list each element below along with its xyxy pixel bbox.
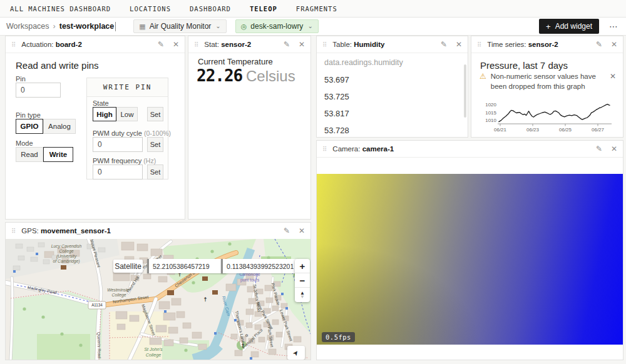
table-row: 53.817 (324, 109, 349, 118)
widget-timeseries: ⠿ Time series: sensor-2 ✎ ✕ Pressure, la… (471, 36, 623, 138)
breadcrumb-separator-icon: › (53, 22, 56, 31)
close-icon[interactable]: ✕ (299, 41, 305, 48)
locate-button[interactable]: ➤ (287, 346, 305, 360)
svg-text:College: College (146, 352, 161, 358)
edit-icon[interactable]: ✎ (158, 41, 164, 48)
pin-input[interactable]: 0 (16, 83, 61, 98)
chevron-down-icon: ⌄ (307, 23, 312, 29)
edit-icon[interactable]: ✎ (596, 41, 602, 48)
workspace-toolbar: Workspaces › test-workplace ▦ Air Qualit… (0, 18, 626, 36)
pwm-duty-set-button[interactable]: Set (147, 137, 163, 152)
pwm-duty-label: PWM duty cycle (0-100%) (93, 129, 171, 137)
close-icon[interactable]: ✕ (456, 41, 462, 48)
close-icon[interactable]: ✕ (611, 145, 617, 153)
drag-handle-icon[interactable]: ⠿ (322, 41, 327, 48)
part-selector-dropdown[interactable]: ◎ desk-sam-lowry ⌄ (235, 19, 319, 33)
pressure-line-chart[interactable]: 10201015101006/2106/2306/2506/27 (478, 96, 618, 133)
svg-text:06/27: 06/27 (592, 127, 605, 133)
widget-header: ⠿ Table: Humidity ✎ ✕ (317, 36, 468, 53)
widget-title: Actuation: board-2 (21, 41, 149, 48)
part-online-icon: ◎ (241, 23, 247, 31)
drag-handle-icon[interactable]: ⠿ (11, 41, 16, 48)
zoom-in-button[interactable]: + (295, 259, 310, 273)
widget-header: ⠿ GPS: movement_sensor-1 ✎ ✕ (6, 223, 310, 240)
close-icon[interactable]: ✕ (173, 41, 179, 48)
svg-text:✡: ✡ (245, 333, 249, 338)
mode-label: Mode (16, 139, 33, 147)
pwm-freq-input[interactable]: 0 (93, 164, 143, 179)
svg-text:(University: (University (56, 254, 77, 259)
nav-teleop[interactable]: TELEOP (250, 5, 277, 13)
pwm-freq-set-button[interactable]: Set (147, 164, 163, 179)
drag-handle-icon[interactable]: ⠿ (477, 41, 481, 48)
svg-text:06/21: 06/21 (494, 127, 507, 133)
state-high-button[interactable]: High (93, 107, 116, 121)
nav-locations[interactable]: LOCATIONS (130, 5, 171, 13)
svg-text:College: College (59, 249, 73, 254)
nav-fragments[interactable]: FRAGMENTS (296, 5, 337, 13)
plus-icon: + (546, 22, 551, 31)
pin-type-label: Pin type (16, 111, 41, 119)
nav-dashboard[interactable]: DASHBOARD (190, 5, 231, 13)
pin-type-analog-button[interactable]: Analog (43, 119, 76, 134)
drag-handle-icon[interactable]: ⠿ (194, 41, 198, 48)
write-pin-panel: WRITE PIN State High Low Set PWM duty cy… (86, 78, 168, 179)
top-nav: ALL MACHINES DASHBOARD LOCATIONS DASHBOA… (0, 0, 626, 18)
nav-all-machines-dashboard[interactable]: ALL MACHINES DASHBOARD (10, 5, 111, 13)
widget-camera: ⠿ Camera: camera-1 ✎ ✕ 0.5fps (316, 140, 623, 360)
svg-text:Westminster: Westminster (107, 288, 131, 292)
close-icon[interactable]: ✕ (299, 227, 305, 235)
latitude-input[interactable]: 52.2105386457219 (147, 259, 226, 273)
workspace-name-input[interactable]: test-workplace (59, 22, 115, 31)
close-icon[interactable]: ✕ (611, 41, 617, 48)
table-row: 53.728 (324, 126, 349, 135)
table-scrollbar[interactable] (464, 64, 466, 118)
state-set-button[interactable]: Set (147, 107, 163, 121)
map[interactable]: Madingley RoadMount PleasantNorthampton … (6, 239, 310, 360)
edit-icon[interactable]: ✎ (596, 145, 602, 153)
state-label: State (93, 99, 109, 107)
more-menu-button[interactable]: ⋯ (609, 21, 618, 31)
camera-feed-image (317, 174, 623, 345)
edit-icon[interactable]: ✎ (284, 227, 290, 235)
map-graphics: Madingley RoadMount PleasantNorthampton … (6, 239, 310, 360)
mode-read-button[interactable]: Read (16, 147, 43, 162)
zoom-out-button[interactable]: − (295, 273, 310, 288)
svg-text:06/23: 06/23 (526, 127, 540, 133)
satellite-toggle-button[interactable]: Satellite (113, 260, 143, 273)
svg-text:1015: 1015 (485, 110, 496, 116)
svg-text:College: College (111, 293, 126, 298)
part-selector-label: desk-sam-lowry (250, 22, 303, 31)
machine-selector-dropdown[interactable]: ▦ Air Quality Monitor ⌄ (133, 19, 227, 33)
stat-value: 22.26 (197, 66, 242, 85)
teleop-page: ALL MACHINES DASHBOARD LOCATIONS DASHBOA… (0, 0, 626, 364)
svg-text:of Cambridge): of Cambridge) (53, 259, 80, 264)
widget-stat: ⠿ Stat: sensor-2 ✎ ✕ Current Temperature… (188, 36, 311, 220)
widget-title: GPS: movement_sensor-1 (21, 227, 275, 235)
longitude-input[interactable]: 0.11384393992523201 (221, 259, 299, 273)
breadcrumb-workspaces[interactable]: Workspaces (6, 22, 49, 31)
widget-header: ⠿ Time series: sensor-2 ✎ ✕ (471, 36, 623, 53)
table-row: 53.725 (324, 92, 349, 101)
widget-table: ⠿ Table: Humidity ✎ ✕ data.readings.humi… (316, 36, 468, 138)
actuation-heading: Read and write pins (16, 60, 99, 71)
svg-text:†: † (203, 296, 207, 303)
mode-write-button[interactable]: Write (43, 147, 73, 162)
fps-badge: 0.5fps (322, 332, 355, 342)
drag-handle-icon[interactable]: ⠿ (11, 228, 16, 235)
edit-icon[interactable]: ✎ (441, 41, 447, 48)
drag-handle-icon[interactable]: ⠿ (322, 146, 327, 153)
table-column-header: data.readings.humidity (324, 58, 403, 67)
widget-header: ⠿ Stat: sensor-2 ✎ ✕ (188, 36, 310, 53)
svg-text:A1134: A1134 (91, 303, 103, 307)
pin-type-gpio-button[interactable]: GPIO (16, 119, 43, 134)
state-low-button[interactable]: Low (116, 107, 138, 121)
edit-icon[interactable]: ✎ (284, 41, 290, 48)
warning-close-icon[interactable]: ✕ (610, 72, 616, 91)
chart-title: Pressure, last 7 days (480, 60, 568, 71)
widget-title: Stat: sensor-2 (204, 41, 275, 48)
add-widget-button[interactable]: + Add widget (539, 19, 599, 34)
compass-button[interactable]: ▲ ▼ (295, 288, 310, 302)
map-zoom-controls: + − ▲ ▼ (295, 259, 310, 302)
pwm-duty-input[interactable]: 0 (93, 137, 143, 152)
